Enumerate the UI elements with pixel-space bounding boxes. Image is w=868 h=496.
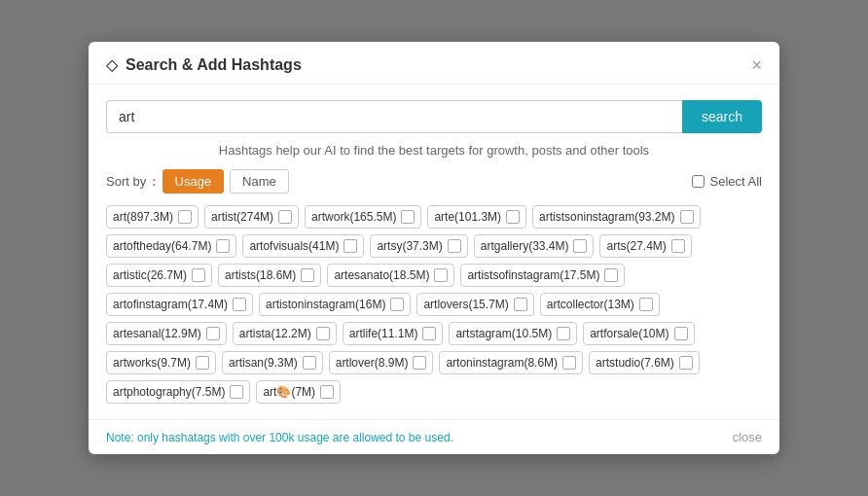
tag-checkbox[interactable]	[206, 327, 220, 340]
tag-label: artstudio(7.6M)	[596, 356, 674, 370]
tag-checkbox[interactable]	[448, 239, 461, 253]
tag-label: artisan(9.3M)	[229, 356, 298, 370]
tag-checkbox[interactable]	[301, 268, 314, 282]
tag-label: art🎨(7M)	[263, 385, 315, 399]
tag-checkbox[interactable]	[671, 239, 685, 253]
tag-checkbox[interactable]	[679, 356, 693, 370]
sort-name-button[interactable]: Name	[230, 169, 289, 194]
select-all-label: Select All	[710, 174, 762, 189]
tag-checkbox[interactable]	[506, 210, 520, 224]
tag-item[interactable]: artcollector(13M)	[540, 293, 660, 316]
tag-item[interactable]: artstagram(10.5M)	[449, 322, 577, 345]
footer-close-button[interactable]: close	[733, 430, 762, 444]
tag-item[interactable]: artforsale(10M)	[583, 322, 694, 345]
tag-item[interactable]: artistic(26.7M)	[106, 264, 212, 287]
tag-checkbox[interactable]	[434, 268, 448, 282]
tag-item[interactable]: artistsoninstagram(93.2M)	[532, 205, 700, 229]
tag-checkbox[interactable]	[422, 327, 436, 340]
tag-label: arts(27.4M)	[606, 239, 666, 253]
tags-container: art(897.3M)artist(274M)artwork(165.5M)ar…	[106, 205, 762, 404]
footer-note: Note: only hashatags with over 100k usag…	[106, 431, 453, 444]
tag-item[interactable]: artistoninstagram(16M)	[259, 293, 411, 316]
tag-checkbox[interactable]	[344, 239, 357, 253]
tag-label: artists(18.6M)	[225, 268, 296, 282]
tag-checkbox[interactable]	[674, 327, 688, 340]
tag-checkbox[interactable]	[639, 298, 653, 311]
tag-checkbox[interactable]	[278, 210, 292, 224]
tag-label: artlife(11.1M)	[349, 327, 418, 340]
tag-item[interactable]: artesanal(12.9M)	[106, 322, 227, 345]
tag-item[interactable]: art🎨(7M)	[256, 380, 341, 404]
tag-item[interactable]: artworks(9.7M)	[106, 351, 216, 374]
tag-label: artlovers(15.7M)	[423, 298, 508, 311]
tag-item[interactable]: artstudio(7.6M)	[589, 351, 700, 374]
tag-checkbox[interactable]	[196, 356, 209, 370]
tag-item[interactable]: artisan(9.3M)	[222, 351, 323, 374]
tag-item[interactable]: arts(27.4M)	[599, 234, 691, 258]
tag-checkbox[interactable]	[401, 210, 415, 224]
tag-label: artoninstagram(8.6M)	[446, 356, 558, 370]
tag-label: artphotography(7.5M)	[113, 385, 225, 399]
tag-label: artworks(9.7M)	[113, 356, 191, 370]
tag-item[interactable]: artista(12.2M)	[233, 322, 337, 345]
tag-checkbox[interactable]	[178, 210, 192, 224]
tag-item[interactable]: artlife(11.1M)	[343, 322, 444, 345]
tag-label: artcollector(13M)	[547, 298, 634, 311]
tag-item[interactable]: artoftheday(64.7M)	[106, 234, 236, 258]
tag-label: art(897.3M)	[113, 210, 173, 224]
modal-header: ◇ Search & Add Hashtags ×	[89, 42, 779, 85]
tag-label: artstagram(10.5M)	[455, 327, 552, 340]
tag-item[interactable]: artist(274M)	[204, 205, 299, 229]
tag-item[interactable]: artistsofinstagram(17.5M)	[460, 264, 625, 287]
tag-item[interactable]: artlover(8.9M)	[329, 351, 434, 374]
tag-checkbox[interactable]	[413, 356, 426, 370]
tag-item[interactable]: artsy(37.3M)	[370, 234, 467, 258]
search-row: search	[106, 100, 762, 133]
tag-label: artistsoninstagram(93.2M)	[539, 210, 674, 224]
tag-checkbox[interactable]	[320, 385, 334, 399]
tag-label: artgallery(33.4M)	[481, 239, 569, 253]
tag-checkbox[interactable]	[680, 210, 694, 224]
tag-label: artofvisuals(41M)	[249, 239, 339, 253]
tag-item[interactable]: artlovers(15.7M)	[416, 293, 533, 316]
sort-left: Sort by : Usage Name	[106, 169, 289, 194]
tag-label: artoftheday(64.7M)	[113, 239, 211, 253]
select-all-checkbox[interactable]	[692, 175, 705, 188]
tag-label: artforsale(10M)	[590, 327, 669, 340]
tag-item[interactable]: artofvisuals(41M)	[242, 234, 364, 258]
search-input[interactable]	[106, 100, 682, 133]
tag-checkbox[interactable]	[390, 298, 404, 311]
tag-item[interactable]: arte(101.3M)	[427, 205, 526, 229]
tag-item[interactable]: artwork(165.5M)	[305, 205, 421, 229]
hashtag-modal: ◇ Search & Add Hashtags × search Hashtag…	[89, 42, 779, 454]
tag-label: arte(101.3M)	[434, 210, 501, 224]
sort-row: Sort by : Usage Name Select All	[106, 169, 762, 194]
tag-checkbox[interactable]	[230, 385, 243, 399]
tag-checkbox[interactable]	[303, 356, 316, 370]
sort-colon: :	[152, 174, 156, 189]
tag-item[interactable]: art(897.3M)	[106, 205, 199, 229]
tag-checkbox[interactable]	[216, 239, 230, 253]
tag-checkbox[interactable]	[514, 298, 527, 311]
search-button[interactable]: search	[682, 100, 762, 133]
tag-checkbox[interactable]	[562, 356, 576, 370]
tag-checkbox[interactable]	[192, 268, 205, 282]
tag-checkbox[interactable]	[573, 239, 587, 253]
sort-label: Sort by	[106, 174, 146, 189]
tag-checkbox[interactable]	[557, 327, 570, 340]
tag-item[interactable]: artists(18.6M)	[218, 264, 321, 287]
tag-item[interactable]: artofinstagram(17.4M)	[106, 293, 253, 316]
tag-checkbox[interactable]	[604, 268, 618, 282]
tag-label: artistic(26.7M)	[113, 268, 187, 282]
tag-checkbox[interactable]	[316, 327, 330, 340]
tag-item[interactable]: artesanato(18.5M)	[327, 264, 454, 287]
tag-item[interactable]: artgallery(33.4M)	[474, 234, 595, 258]
tag-item[interactable]: artoninstagram(8.6M)	[439, 351, 583, 374]
sort-usage-button[interactable]: Usage	[163, 169, 225, 194]
tag-label: artistoninstagram(16M)	[266, 298, 385, 311]
modal-close-button[interactable]: ×	[751, 56, 762, 74]
tag-label: artist(274M)	[211, 210, 273, 224]
tag-checkbox[interactable]	[233, 298, 246, 311]
tag-item[interactable]: artphotography(7.5M)	[106, 380, 250, 404]
tag-label: artofinstagram(17.4M)	[113, 298, 228, 311]
